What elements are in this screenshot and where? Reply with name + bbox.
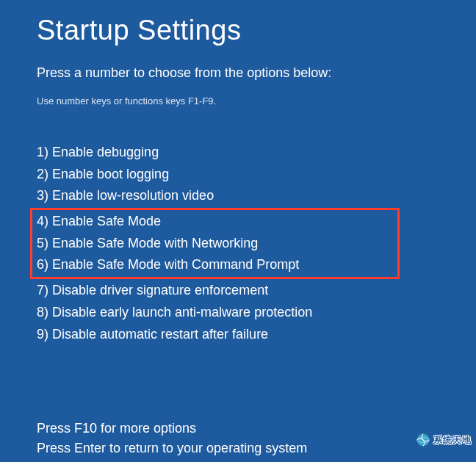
key-hint: Use number keys or functions keys F1-F9. [37, 95, 439, 107]
option-5-text: 5) Enable Safe Mode with Networking [37, 236, 258, 250]
footer-enter: Press Enter to return to your operating … [37, 438, 439, 458]
option-8[interactable]: 8) Disable early launch anti-malware pro… [37, 302, 439, 324]
option-1[interactable]: 1) Enable debugging [37, 142, 439, 164]
option-7-text: 7) Disable driver signature enforcement [37, 283, 268, 297]
watermark-text: 系统天地 [433, 434, 472, 447]
option-5[interactable]: 5) Enable Safe Mode with Networking [37, 233, 299, 255]
option-6[interactable]: 6) Enable Safe Mode with Command Prompt [37, 254, 299, 276]
option-3[interactable]: 3) Enable low-resolution video [37, 185, 439, 207]
footer-instructions: Press F10 for more options Press Enter t… [37, 419, 439, 458]
option-6-text: 6) Enable Safe Mode with Command Prompt [37, 257, 299, 272]
boot-options-list: 1) Enable debugging 2) Enable boot loggi… [37, 142, 439, 345]
startup-settings-screen: Startup Settings Press a number to choos… [0, 0, 476, 458]
option-1-text: 1) Enable debugging [37, 145, 159, 159]
option-9-text: 9) Disable automatic restart after failu… [37, 327, 268, 342]
option-8-text: 8) Disable early launch anti-malware pro… [37, 305, 312, 320]
subtitle: Press a number to choose from the option… [37, 65, 439, 81]
option-4-text: 4) Enable Safe Mode [37, 214, 161, 228]
option-3-text: 3) Enable low-resolution video [37, 188, 214, 203]
safe-mode-highlight-box: 4) Enable Safe Mode 5) Enable Safe Mode … [30, 208, 400, 279]
option-4[interactable]: 4) Enable Safe Mode [37, 211, 299, 233]
option-7[interactable]: 7) Disable driver signature enforcement [37, 280, 439, 302]
globe-icon [416, 433, 430, 447]
option-2-text: 2) Enable boot logging [37, 167, 169, 181]
watermark: 系统天地 [416, 433, 472, 447]
page-title: Startup Settings [37, 15, 439, 46]
option-2[interactable]: 2) Enable boot logging [37, 164, 439, 186]
option-9[interactable]: 9) Disable automatic restart after failu… [37, 324, 439, 346]
footer-f10: Press F10 for more options [37, 419, 439, 438]
